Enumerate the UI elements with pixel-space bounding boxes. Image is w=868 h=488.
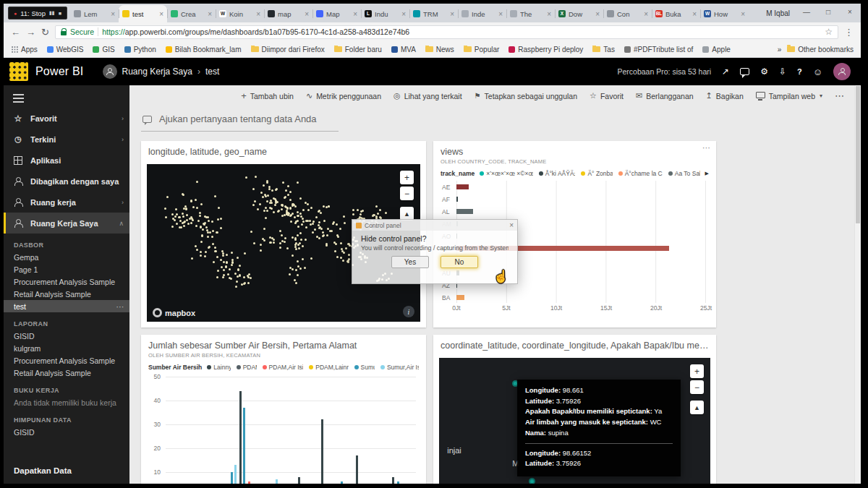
tab-close-icon[interactable]: ×	[111, 10, 115, 18]
stop-icon[interactable]: ■	[59, 11, 61, 16]
zoom-in-button[interactable]: +	[690, 364, 704, 378]
bookmark-item[interactable]: MVA	[391, 46, 416, 53]
coordinate-map-canvas[interactable]: +−▲ Longitude: 98.661Latitude: 3.75926Ap…	[439, 358, 710, 484]
toolbar-tambah-ubin[interactable]: Tambah ubin	[241, 90, 294, 101]
item-menu-icon[interactable]: ⋯	[112, 302, 124, 311]
legend-item[interactable]: Lainnya	[207, 364, 230, 371]
legend-item[interactable]: PDAM	[237, 364, 257, 371]
qna-box[interactable]: Ajukan pertanyaan tentang data Anda	[141, 114, 339, 132]
info-icon[interactable]: i	[403, 306, 414, 317]
tab-close-icon[interactable]: ×	[353, 10, 357, 18]
bookmark-item[interactable]: Bilah Bookmark_lam	[166, 46, 242, 53]
app-launcher-icon[interactable]	[9, 62, 28, 81]
sidebar-nav-favorit[interactable]: Favorit›	[4, 108, 129, 129]
bookmark-item[interactable]: Apple	[702, 46, 731, 53]
sidebar-item[interactable]: GISID	[4, 330, 129, 342]
bookmark-item[interactable]: Apps	[11, 46, 38, 53]
help-icon[interactable]	[797, 67, 802, 76]
browser-tab[interactable]: WKoin×	[216, 5, 264, 22]
browser-tab[interactable]: BLBuka×	[652, 5, 700, 22]
download-icon[interactable]	[779, 67, 786, 77]
legend-item[interactable]: ×’×œ×’×œ ×©×œ…	[480, 170, 533, 177]
toolbar-berlangganan[interactable]: Berlangganan	[636, 91, 694, 100]
legend-item[interactable]: Sumur,Air Is…	[380, 364, 419, 371]
toolbar-more[interactable]	[835, 90, 844, 101]
sidebar-item[interactable]: Gempa	[4, 251, 129, 263]
toolbar-tetapkan-sebagai-unggulan[interactable]: Tetapkan sebagai unggulan	[475, 92, 577, 100]
browser-tab[interactable]: WHow×	[700, 5, 749, 22]
legend-item[interactable]: Aa To Sahi	[668, 170, 700, 177]
browser-tab[interactable]: Crea×	[167, 5, 216, 22]
url-text[interactable]: https://app.powerbi.com/groups/me/dashbo…	[102, 27, 821, 36]
browser-menu-icon[interactable]: ⋮	[844, 27, 854, 37]
browser-tab[interactable]: The×	[506, 5, 555, 22]
tab-close-icon[interactable]: ×	[741, 10, 745, 18]
sidebar-nav-dibagikan-dengan-saya[interactable]: Dibagikan dengan saya	[4, 171, 129, 192]
browser-tab[interactable]: test×	[119, 5, 167, 22]
bookmark-item[interactable]: Raspberry Pi deploy	[509, 46, 583, 53]
tile-coordinate-map[interactable]: coordinate_latitude, coordinate_longitud…	[433, 335, 716, 484]
sidebar-item[interactable]: Retail Analysis Sample	[4, 367, 129, 379]
get-data-button[interactable]: Dapatkan Data	[4, 460, 129, 484]
sidebar-item[interactable]: test⋯	[4, 300, 129, 312]
browser-tab[interactable]: LIndu×	[361, 5, 409, 22]
legend-item[interactable]: PDAM,Air Isi …	[263, 364, 304, 371]
user-avatar[interactable]	[833, 63, 851, 80]
browser-tab[interactable]: XDow×	[555, 5, 603, 22]
toolbar-favorit[interactable]: Favorit	[590, 91, 624, 100]
back-icon[interactable]: ←	[11, 27, 20, 37]
scrollbar[interactable]	[854, 85, 861, 484]
forward-icon[interactable]: →	[26, 27, 35, 37]
zoom-in-button[interactable]: +	[400, 171, 414, 184]
bookmark-item[interactable]: Python	[124, 46, 156, 53]
breadcrumb-workspace[interactable]: Ruang Kerja Saya	[122, 67, 192, 77]
sidebar-nav-ruang-kerja[interactable]: Ruang kerja›	[4, 192, 129, 213]
sidebar-nav-ruang-kerja-saya[interactable]: Ruang Kerja Saya∧	[4, 213, 129, 234]
toolbar-tampilan-web[interactable]: Tampilan web▾	[756, 92, 822, 100]
toolbar-metrik-penggunaan[interactable]: Metrik penggunaan	[306, 91, 381, 100]
sidebar-item[interactable]: Procurement Analysis Sample	[4, 275, 129, 288]
smiley-icon[interactable]	[813, 67, 822, 77]
tab-close-icon[interactable]: ×	[401, 10, 406, 18]
pause-icon[interactable]: ▮▮	[49, 10, 55, 16]
tab-close-icon[interactable]: ×	[547, 10, 551, 18]
browser-tab[interactable]: TRM×	[409, 5, 458, 22]
tab-close-icon[interactable]: ×	[450, 10, 454, 18]
zoom-out-button[interactable]: −	[690, 380, 704, 394]
legend-item[interactable]: Ä°chame la C…	[618, 170, 663, 177]
gear-icon[interactable]	[760, 67, 768, 77]
browser-tab[interactable]: Map×	[312, 5, 361, 22]
yes-button[interactable]: Yes	[391, 256, 429, 268]
bookmark-star-icon[interactable]: ☆	[825, 27, 833, 37]
close-icon[interactable]: ×	[839, 4, 861, 20]
bookmarks-overflow-icon[interactable]: »	[778, 46, 782, 53]
breadcrumb-page[interactable]: test	[205, 67, 219, 77]
tab-close-icon[interactable]: ×	[305, 10, 309, 18]
tab-close-icon[interactable]: ×	[208, 10, 212, 18]
browser-profile[interactable]: M Iqbal	[760, 9, 796, 17]
scrollbar-thumb[interactable]	[856, 86, 860, 223]
sidebar-item[interactable]: Retail Analysis Sample	[4, 288, 129, 300]
close-icon[interactable]: ×	[509, 221, 514, 229]
tab-close-icon[interactable]: ×	[159, 10, 163, 18]
bookmark-item[interactable]: Tas	[592, 46, 615, 53]
bookmark-item[interactable]: Folder baru	[334, 46, 382, 53]
other-bookmarks-button[interactable]: Other bookmarks	[787, 46, 854, 53]
tab-close-icon[interactable]: ×	[692, 10, 697, 18]
no-button[interactable]: No	[441, 256, 478, 268]
tab-close-icon[interactable]: ×	[595, 10, 600, 18]
compass-button[interactable]: ▲	[690, 401, 704, 414]
bookmark-item[interactable]: News	[425, 46, 454, 53]
tab-close-icon[interactable]: ×	[498, 10, 503, 18]
tab-close-icon[interactable]: ×	[256, 10, 260, 18]
sidebar-nav-terkini[interactable]: Terkini›	[4, 129, 129, 150]
sidebar-nav-aplikasi[interactable]: Aplikasi	[4, 150, 129, 171]
toolbar-bagikan[interactable]: Bagikan	[706, 91, 744, 100]
maximize-icon[interactable]: □	[817, 4, 839, 20]
browser-tab[interactable]: Inde×	[458, 5, 506, 22]
reload-icon[interactable]: ↻	[41, 27, 49, 37]
minimize-icon[interactable]: —	[796, 4, 817, 20]
zoom-out-button[interactable]: −	[400, 187, 414, 200]
bookmark-item[interactable]: GIS	[93, 46, 114, 53]
legend-more-icon[interactable]: ▶	[705, 171, 709, 176]
